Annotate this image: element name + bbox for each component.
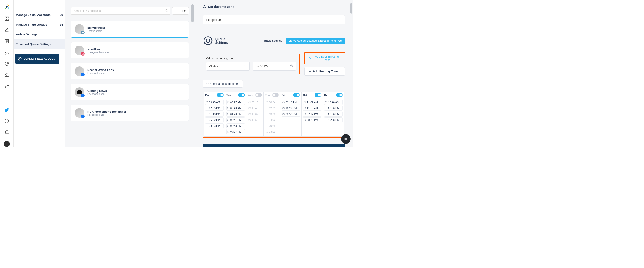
day-toggle[interactable] bbox=[238, 93, 245, 97]
schedule-table: Mon Tue Wed Thu Fri Sat Sun 08:45 AM12:5… bbox=[204, 92, 344, 137]
svg-point-0 bbox=[6, 6, 8, 8]
svg-point-17 bbox=[206, 39, 210, 43]
clear-posting-times-button[interactable]: Clear all posting times bbox=[203, 80, 243, 87]
posting-time[interactable]: 02:41 PM bbox=[226, 117, 245, 122]
day-header: Fri bbox=[282, 93, 300, 97]
ig-badge-icon bbox=[81, 52, 85, 55]
posting-time[interactable]: 09:27 AM bbox=[226, 100, 245, 105]
notifications-icon[interactable] bbox=[4, 130, 10, 135]
account-name: trawillow bbox=[87, 47, 109, 51]
posting-time[interactable]: 08:06 PM bbox=[324, 112, 343, 117]
clock-icon bbox=[227, 125, 230, 127]
filter-label: Filter bbox=[180, 9, 186, 12]
day-toggle[interactable] bbox=[293, 93, 300, 97]
account-card[interactable]: f Gaming News Facebook page bbox=[71, 84, 189, 100]
day-toggle[interactable] bbox=[255, 93, 262, 97]
nav-article-settings[interactable]: Article Settings bbox=[14, 29, 65, 39]
account-avatar bbox=[75, 24, 84, 34]
posting-time[interactable]: 12:55 PM bbox=[205, 106, 224, 111]
day-times-cell: 09:27 AM09:43 AM01:23 PM02:41 PM06:43 PM… bbox=[225, 98, 246, 137]
account-card[interactable]: kellybethlisa Twitter profile bbox=[71, 21, 189, 38]
posting-time[interactable]: 09:43 AM bbox=[226, 106, 245, 111]
posting-time[interactable]: 08:26 PM bbox=[303, 117, 321, 122]
settings-icon[interactable] bbox=[4, 84, 10, 89]
help-fab[interactable] bbox=[341, 134, 350, 144]
day-toggle[interactable] bbox=[314, 93, 321, 97]
connect-account-button[interactable]: CONNECT NEW ACCOUNT bbox=[16, 53, 59, 64]
clock-icon bbox=[227, 119, 230, 121]
articles-icon[interactable] bbox=[4, 38, 10, 44]
posting-time[interactable]: 07:12 PM bbox=[303, 112, 321, 117]
add-posting-time-button[interactable]: Add Posting Time bbox=[304, 67, 345, 75]
posting-time[interactable]: 10:08 PM bbox=[324, 117, 343, 122]
accounts-scrollbar[interactable] bbox=[190, 0, 194, 147]
clock-icon bbox=[325, 101, 327, 103]
info-icon[interactable] bbox=[4, 118, 10, 124]
posting-time[interactable]: 08:03 PM bbox=[205, 123, 224, 128]
posting-time[interactable]: 06:43 PM bbox=[226, 123, 245, 128]
day-header: Mon bbox=[205, 93, 224, 97]
account-card[interactable]: f NBA moments to remember Facebook page bbox=[71, 105, 189, 121]
tw-badge-icon bbox=[81, 31, 85, 34]
save-queue-button[interactable]: Save queue settings for @kellybethlisa bbox=[203, 144, 345, 147]
posting-time: 23:02 bbox=[265, 129, 279, 134]
posting-time[interactable]: 12:27 PM bbox=[282, 106, 300, 111]
posting-time[interactable]: 03:06 PM bbox=[324, 106, 343, 111]
clock-icon bbox=[290, 64, 293, 68]
posting-time: 09:10 bbox=[248, 100, 262, 105]
menu-icon bbox=[344, 137, 348, 141]
day-times-cell: 11:07 AM11:58 AM07:12 PM08:26 PM bbox=[302, 98, 323, 137]
dashboard-icon[interactable] bbox=[4, 16, 10, 21]
clock-icon bbox=[227, 113, 230, 115]
posting-time[interactable]: 07:07 PM bbox=[226, 129, 245, 134]
nav-label: Manage Share Groups bbox=[16, 23, 47, 26]
nav-manage-groups[interactable]: Manage Share Groups 14 bbox=[14, 20, 65, 29]
posting-time[interactable]: 09:18 AM bbox=[282, 100, 300, 105]
day-toggle[interactable] bbox=[272, 93, 279, 97]
day-name: Fri bbox=[282, 94, 285, 96]
filter-button[interactable]: Filter bbox=[172, 7, 189, 14]
tab-advanced-settings[interactable]: Advanced Settings & Best Time to Post bbox=[286, 38, 345, 44]
posting-time[interactable]: 01:18 PM bbox=[205, 112, 224, 117]
clock-icon bbox=[266, 119, 268, 121]
plus-icon bbox=[308, 70, 311, 73]
day-toggle[interactable] bbox=[336, 93, 343, 97]
posting-time[interactable]: 08:59 PM bbox=[282, 112, 300, 117]
app-logo[interactable] bbox=[4, 4, 10, 10]
fb-badge-icon: f bbox=[81, 114, 85, 118]
account-name: Gaming News bbox=[87, 89, 107, 92]
posting-time[interactable]: 06:52 PM bbox=[205, 117, 224, 122]
clock-icon bbox=[266, 125, 268, 127]
day-times-cell: 10:48 AM03:06 PM08:06 PM10:08 PM bbox=[323, 98, 344, 137]
timezone-select[interactable]: Europe/Paris bbox=[203, 15, 345, 24]
compose-icon[interactable] bbox=[4, 27, 10, 33]
clock-icon bbox=[266, 101, 268, 103]
tab-basic-settings[interactable]: Basic Settings bbox=[264, 38, 282, 44]
day-name: Wed bbox=[248, 94, 253, 96]
posting-time[interactable]: 11:07 AM bbox=[303, 100, 321, 105]
posting-time[interactable]: 08:45 AM bbox=[205, 100, 224, 105]
nav-time-queue[interactable]: Time and Queue Settings bbox=[14, 39, 65, 49]
posting-time[interactable]: 11:58 AM bbox=[303, 106, 321, 111]
add-best-times-button[interactable]: Add Best Times to Post bbox=[306, 53, 344, 63]
accounts-search-input[interactable] bbox=[71, 7, 170, 14]
account-avatar: f bbox=[75, 108, 84, 118]
account-avatar: f bbox=[75, 66, 84, 76]
upload-icon[interactable] bbox=[4, 72, 10, 78]
posting-time[interactable]: 10:48 AM bbox=[324, 100, 343, 105]
day-name: Sun bbox=[324, 94, 329, 96]
recycle-icon[interactable] bbox=[4, 61, 10, 67]
feed-icon[interactable] bbox=[4, 50, 10, 55]
nav-manage-accounts[interactable]: Manage Social Accounts 50 bbox=[14, 10, 65, 20]
account-card[interactable]: trawillow Instagram business bbox=[71, 42, 189, 58]
day-toggle[interactable] bbox=[217, 93, 224, 97]
search-wrap bbox=[71, 7, 170, 14]
posting-time[interactable]: 01:23 PM bbox=[226, 112, 245, 117]
account-card[interactable]: f Rachel Weisz Fans Facebook page bbox=[71, 63, 189, 79]
time-value: 05:38 PM bbox=[256, 64, 268, 68]
day-select[interactable]: All days bbox=[206, 62, 250, 70]
twitter-icon[interactable] bbox=[4, 107, 10, 112]
user-avatar[interactable] bbox=[4, 141, 10, 147]
time-input[interactable]: 05:38 PM bbox=[253, 62, 296, 70]
icon-rail bbox=[0, 0, 14, 147]
